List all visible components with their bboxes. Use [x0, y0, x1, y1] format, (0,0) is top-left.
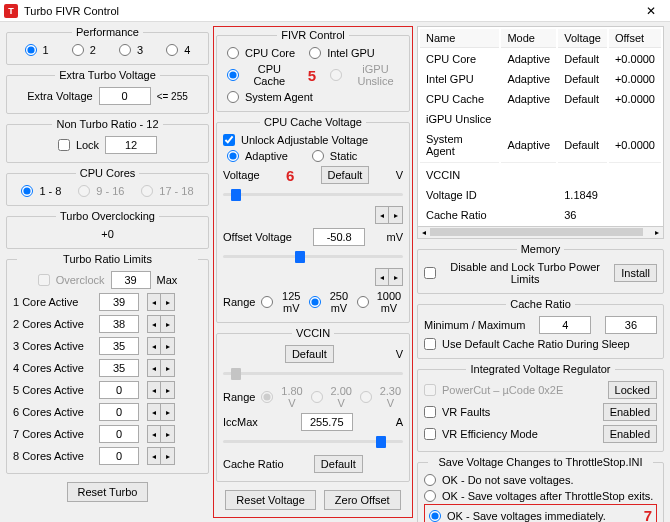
lock-checkbox[interactable]: Lock: [58, 139, 99, 151]
vr-efficiency-checkbox[interactable]: VR Efficiency Mode: [424, 428, 538, 440]
scroll-left-icon[interactable]: ◂: [418, 227, 430, 237]
save-opt-donot[interactable]: OK - Do not save voltages.: [424, 474, 573, 486]
trl-label: 6 Cores Active: [13, 406, 91, 418]
trl-spin[interactable]: ◂▸: [147, 403, 175, 421]
install-button[interactable]: Install: [614, 264, 657, 282]
trl-label: 5 Cores Active: [13, 384, 91, 396]
vccin-range-180: 1.80 V: [261, 385, 304, 409]
cache-ratio-min[interactable]: 4: [539, 316, 591, 334]
perf-opt-3[interactable]: 3: [119, 44, 143, 56]
offset-voltage-value[interactable]: -50.8: [313, 228, 365, 246]
turbo-ratio-limits-group: Turbo Ratio Limits Overclock 39 Max 1 Co…: [6, 253, 209, 474]
save-opt-after[interactable]: OK - Save voltages after ThrottleStop ex…: [424, 490, 653, 502]
extra-voltage-value[interactable]: 0: [99, 87, 151, 105]
table-row[interactable]: Voltage ID1.1849: [420, 186, 661, 204]
close-button[interactable]: ✕: [636, 1, 666, 21]
window-title: Turbo FIVR Control: [24, 5, 636, 17]
trl-value[interactable]: 0: [99, 425, 139, 443]
mode-adaptive[interactable]: Adaptive: [227, 150, 288, 162]
cores-17-18: 17 - 18: [141, 185, 193, 197]
voltage-slider[interactable]: [223, 188, 403, 200]
trl-spin[interactable]: ◂▸: [147, 425, 175, 443]
zero-offset-button[interactable]: Zero Offset: [324, 490, 401, 510]
table-row[interactable]: Cache Ratio36: [420, 206, 661, 224]
perf-opt-4[interactable]: 4: [166, 44, 190, 56]
vr-faults-checkbox[interactable]: VR Faults: [424, 406, 490, 418]
trl-value[interactable]: 0: [99, 403, 139, 421]
table-hscroll[interactable]: ◂ ▸: [417, 227, 664, 239]
trl-value[interactable]: 0: [99, 381, 139, 399]
trl-label: 2 Cores Active: [13, 318, 91, 330]
fivr-cpu-core[interactable]: CPU Core: [227, 47, 295, 59]
fivr-igpu-unslice: iGPU Unslice: [330, 63, 403, 87]
iccmax-value[interactable]: 255.75: [301, 413, 353, 431]
perf-opt-1[interactable]: 1: [25, 44, 49, 56]
table-row[interactable]: VCCIN: [420, 162, 661, 184]
trl-spin[interactable]: ◂▸: [147, 381, 175, 399]
trl-spin[interactable]: ◂▸: [147, 293, 175, 311]
mode-static[interactable]: Static: [312, 150, 358, 162]
fivr-system-agent[interactable]: System Agent: [227, 91, 313, 103]
cores-1-8[interactable]: 1 - 8: [21, 185, 61, 197]
trl-label: 4 Cores Active: [13, 362, 91, 374]
trl-spin[interactable]: ◂▸: [147, 447, 175, 465]
trl-spin[interactable]: ◂▸: [147, 337, 175, 355]
memory-group: Memory Disable and Lock Turbo Power Limi…: [417, 243, 664, 294]
trl-value[interactable]: 0: [99, 447, 139, 465]
offset-spin[interactable]: ◂▸: [375, 268, 403, 286]
powercut-checkbox: PowerCut – µCode 0x2E: [424, 384, 563, 396]
table-row[interactable]: System AgentAdaptiveDefault+0.0000: [420, 130, 661, 160]
fivr-cpu-cache[interactable]: CPU Cache: [227, 63, 294, 87]
iccmax-slider[interactable]: [223, 435, 403, 447]
offset-voltage-slider[interactable]: [223, 250, 403, 262]
disable-lock-tpl[interactable]: Disable and Lock Turbo Power Limits: [424, 261, 608, 285]
cache-ratio-default-button[interactable]: Default: [314, 455, 363, 473]
non-turbo-value[interactable]: 12: [105, 136, 157, 154]
vr-efficiency-button[interactable]: Enabled: [603, 425, 657, 443]
vr-faults-button[interactable]: Enabled: [603, 403, 657, 421]
trl-value[interactable]: 35: [99, 337, 139, 355]
trl-spin[interactable]: ◂▸: [147, 359, 175, 377]
extra-voltage-hint: <= 255: [157, 91, 188, 102]
vccin-range-230: 2.30 V: [360, 385, 403, 409]
scroll-right-icon[interactable]: ▸: [651, 227, 663, 237]
trl-label: 1 Core Active: [13, 296, 91, 308]
voltage-default-button[interactable]: Default: [321, 166, 370, 184]
vccin-group: VCCIN Default V Range 1.80 V 2.00 V 2.30…: [216, 327, 410, 482]
unlock-adjustable-voltage[interactable]: Unlock Adjustable Voltage: [223, 134, 368, 146]
voltage-spin[interactable]: ◂▸: [375, 206, 403, 224]
reset-turbo-button[interactable]: Reset Turbo: [67, 482, 149, 502]
trl-value[interactable]: 39: [99, 293, 139, 311]
save-voltage-group: Save Voltage Changes to ThrottleStop.INI…: [417, 456, 664, 522]
trl-value[interactable]: 35: [99, 359, 139, 377]
offset-voltage-unit: mV: [387, 231, 404, 243]
range-250[interactable]: 250 mV: [309, 290, 351, 314]
range-125[interactable]: 125 mV: [261, 290, 303, 314]
trl-label: 7 Cores Active: [13, 428, 91, 440]
save-opt-immediate[interactable]: OK - Save voltages immediately.: [429, 510, 606, 522]
voltage-label: Voltage: [223, 169, 260, 181]
cache-ratio-sleep[interactable]: Use Default Cache Ratio During Sleep: [424, 338, 630, 350]
app-icon: T: [4, 4, 18, 18]
trl-spin[interactable]: ◂▸: [147, 315, 175, 333]
non-turbo-ratio-group: Non Turbo Ratio - 12 Lock 12: [6, 118, 209, 163]
fivr-intel-gpu[interactable]: Intel GPU: [309, 47, 375, 59]
powercut-locked-button[interactable]: Locked: [608, 381, 657, 399]
perf-opt-2[interactable]: 2: [72, 44, 96, 56]
overclock-multi[interactable]: 39: [111, 271, 151, 289]
iccmax-label: IccMax: [223, 416, 258, 428]
overclock-max: Max: [157, 274, 178, 286]
table-row[interactable]: CPU CoreAdaptiveDefault+0.0000: [420, 50, 661, 68]
range-1000[interactable]: 1000 mV: [357, 290, 403, 314]
table-row[interactable]: iGPU Unslice: [420, 110, 661, 128]
cache-ratio-max[interactable]: 36: [605, 316, 657, 334]
vccin-default-button[interactable]: Default: [285, 345, 334, 363]
performance-group: Performance 1 2 3 4: [6, 26, 209, 65]
table-row[interactable]: Intel GPUAdaptiveDefault+0.0000: [420, 70, 661, 88]
cache-ratio-label-2: Cache Ratio: [223, 458, 284, 470]
trl-value[interactable]: 38: [99, 315, 139, 333]
voltage-unit: V: [396, 169, 403, 181]
annot-5: 5: [308, 67, 316, 84]
reset-voltage-button[interactable]: Reset Voltage: [225, 490, 316, 510]
table-row[interactable]: CPU CacheAdaptiveDefault+0.0000: [420, 90, 661, 108]
